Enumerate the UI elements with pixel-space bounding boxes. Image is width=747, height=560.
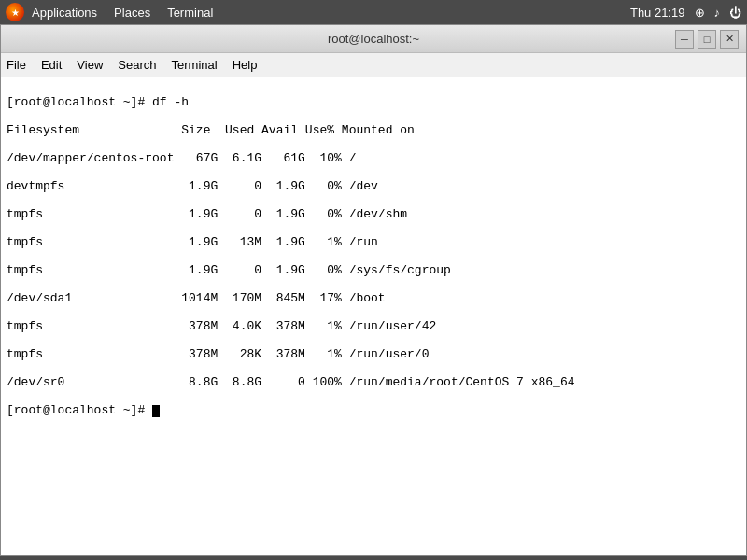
system-bar: ★ Applications Places Terminal Thu 21:19… — [0, 0, 747, 24]
distro-icon: ★ — [6, 3, 24, 21]
search-menu[interactable]: Search — [118, 58, 156, 72]
clock: Thu 21:19 — [630, 6, 685, 20]
df-row-1: devtmpfs 1.9G 0 1.9G 0% /dev — [7, 179, 378, 193]
view-menu[interactable]: View — [77, 58, 103, 72]
df-row-6: tmpfs 378M 4.0K 378M 1% /run/user/42 — [7, 319, 436, 333]
prompt-line: [root@localhost ~]# — [7, 403, 152, 417]
df-row-8: /dev/sr0 8.8G 8.8G 0 100% /run/media/roo… — [7, 375, 575, 389]
df-header: Filesystem Size Used Avail Use% Mounted … — [7, 123, 415, 137]
applications-menu[interactable]: Applications — [28, 4, 101, 21]
df-row-0: /dev/mapper/centos-root 67G 6.1G 61G 10%… — [7, 151, 356, 165]
df-row-7: tmpfs 378M 28K 378M 1% /run/user/0 — [7, 347, 429, 361]
df-row-3: tmpfs 1.9G 13M 1.9G 1% /run — [7, 235, 378, 249]
terminal-menu-bar[interactable]: Terminal — [172, 58, 218, 72]
network-icon: ⊕ — [695, 6, 705, 20]
terminal-window: root@localhost:~ ─ □ ✕ File Edit View Se… — [0, 24, 747, 556]
title-bar: root@localhost:~ ─ □ ✕ — [1, 25, 746, 53]
command-line: [root@localhost ~]# df -h — [7, 95, 189, 109]
df-row-2: tmpfs 1.9G 0 1.9G 0% /dev/shm — [7, 207, 407, 221]
df-row-4: tmpfs 1.9G 0 1.9G 0% /sys/fs/cgroup — [7, 263, 451, 277]
close-button[interactable]: ✕ — [720, 30, 739, 49]
places-menu[interactable]: Places — [110, 4, 154, 21]
cursor — [152, 405, 160, 417]
taskbar: root@localhost:~ https://blog.csdn.net/@… — [0, 556, 747, 560]
maximize-button[interactable]: □ — [698, 30, 716, 49]
terminal-output[interactable]: [root@localhost ~]# df -h Filesystem Siz… — [1, 77, 746, 555]
help-menu[interactable]: Help — [233, 58, 258, 72]
power-icon[interactable]: ⏻ — [729, 6, 741, 20]
df-row-5: /dev/sda1 1014M 170M 845M 17% /boot — [7, 291, 386, 305]
window-title: root@localhost:~ — [328, 32, 419, 46]
menu-bar: File Edit View Search Terminal Help — [1, 53, 746, 77]
terminal-menu[interactable]: Terminal — [163, 4, 217, 21]
file-menu[interactable]: File — [7, 58, 26, 72]
minimize-button[interactable]: ─ — [675, 30, 694, 49]
edit-menu[interactable]: Edit — [41, 58, 62, 72]
volume-icon: ♪ — [714, 6, 721, 20]
